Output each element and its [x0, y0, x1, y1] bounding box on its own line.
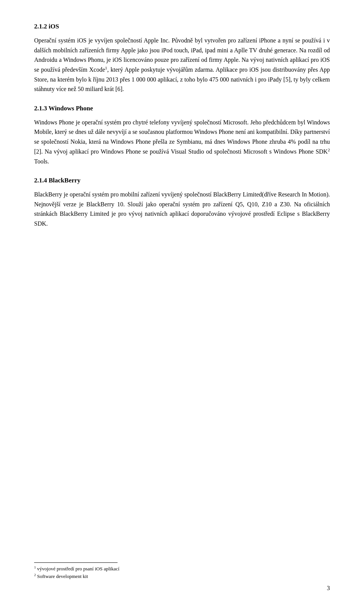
section-ios: 2.1.2 iOS Operační systém iOS je vyvíjen… [34, 23, 330, 94]
footnote-1: 1 vývojové prostředí pro psaní iOS aplik… [34, 565, 330, 573]
paragraph-ios-1: Operační systém iOS je vyvíjen společnos… [34, 36, 330, 94]
heading-blackberry: 2.1.4 BlackBerry [34, 177, 330, 184]
heading-ios: 2.1.2 iOS [34, 23, 330, 30]
paragraph-windows-phone-1: Windows Phone je operační systém pro chy… [34, 118, 330, 166]
paragraph-blackberry-1: BlackBerry je operační systém pro mobiln… [34, 190, 330, 228]
footnote-section: 1 vývojové prostředí pro psaní iOS aplik… [34, 562, 330, 580]
footnote-2: 2 Software development kit [34, 573, 330, 580]
section-windows-phone: 2.1.3 Windows Phone Windows Phone je ope… [34, 105, 330, 166]
page-number: 3 [327, 585, 330, 592]
footnote-divider [34, 562, 118, 563]
heading-windows-phone: 2.1.3 Windows Phone [34, 105, 330, 112]
section-blackberry: 2.1.4 BlackBerry BlackBerry je operační … [34, 177, 330, 228]
content-area: 2.1.2 iOS Operační systém iOS je vyvíjen… [34, 23, 330, 229]
